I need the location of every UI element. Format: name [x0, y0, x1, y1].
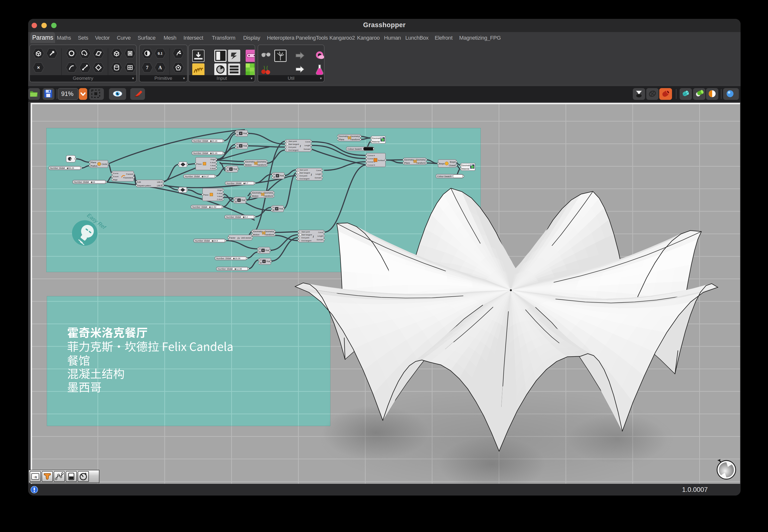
svg-text:A: A [158, 65, 162, 70]
svg-text:0.1: 0.1 [158, 51, 162, 56]
svg-text:7: 7 [146, 65, 148, 70]
svg-text:×: × [37, 65, 40, 70]
svg-text:-x: -x [34, 474, 37, 479]
